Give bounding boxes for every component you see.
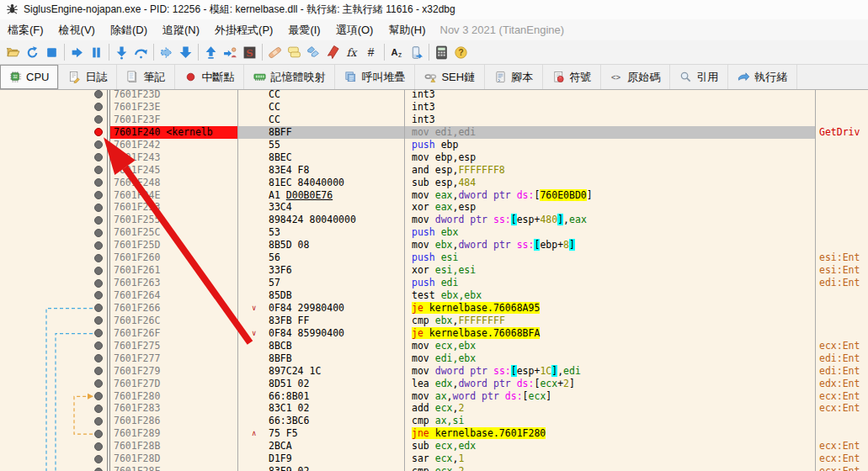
bytes-cell[interactable]: D1F9: [238, 452, 405, 465]
menu-item-5[interactable]: 最愛(I): [280, 19, 327, 41]
instruction-cell[interactable]: mov ecx,ebx: [405, 340, 816, 352]
instruction-cell[interactable]: push edi: [405, 277, 816, 289]
breakpoint-dot[interactable]: [94, 367, 103, 375]
bytes-cell[interactable]: 898424 80040000: [238, 214, 405, 226]
toolbar-calculator-button[interactable]: [432, 42, 451, 62]
toolbar-patch-button[interactable]: [265, 42, 285, 62]
bytes-cell[interactable]: 83E4 F8: [238, 164, 405, 177]
disasm-row[interactable]: 7601F24881EC 84040000sub esp,484: [0, 177, 868, 189]
toolbar-execute-till-user-button[interactable]: [157, 42, 176, 62]
instruction-cell[interactable]: int3: [405, 90, 816, 101]
comment-cell[interactable]: ecx:Ent: [816, 452, 868, 465]
bytes-cell[interactable]: 81EC 84040000: [238, 177, 405, 189]
toolbar-crc-hash-button[interactable]: #: [362, 42, 381, 62]
comment-cell[interactable]: [816, 201, 868, 214]
disasm-row[interactable]: 7601F279897C24 1Cmov dword ptr ss:[esp+1…: [0, 365, 868, 378]
address-cell[interactable]: 7601F243: [110, 151, 238, 164]
disasm-row[interactable]: 7601F255898424 80040000mov dword ptr ss:…: [0, 214, 868, 226]
bytes-cell[interactable]: 33F6: [238, 264, 405, 277]
instruction-cell[interactable]: mov edi,edi: [405, 126, 816, 139]
menu-item-0[interactable]: 檔案(F): [0, 19, 51, 41]
tab-cpu[interactable]: 32CPU: [0, 65, 59, 89]
instruction-cell[interactable]: je kernelbase.76068BFA: [405, 327, 816, 340]
address-cell[interactable]: 7601F26F: [110, 327, 238, 340]
address-cell[interactable]: 7601F264: [110, 289, 238, 302]
comment-cell[interactable]: edi:Ent: [816, 352, 868, 365]
toolbar-attach-button[interactable]: [407, 42, 426, 62]
disasm-row[interactable]: 7601F26056push esiesi:Ent: [0, 251, 868, 264]
menu-item-1[interactable]: 檢視(V): [51, 19, 103, 41]
bytes-cell[interactable]: ∨0F84 85990400: [238, 327, 405, 340]
bytes-cell[interactable]: 8BEC: [238, 151, 405, 164]
instruction-cell[interactable]: test ebx,ebx: [405, 289, 816, 302]
breakpoint-dot[interactable]: [94, 405, 103, 413]
instruction-cell[interactable]: mov dword ptr ss:[esp+1C],edi: [405, 365, 816, 378]
breakpoint-dot[interactable]: [94, 468, 103, 471]
toolbar-open-file-button[interactable]: [3, 42, 23, 62]
tab-references[interactable]: 引用: [670, 65, 728, 89]
bytes-cell[interactable]: 66:3BC6: [238, 415, 405, 427]
comment-cell[interactable]: ecx:Ent: [816, 440, 868, 452]
disasm-row[interactable]: 7601F25333C4xor eax,esp: [0, 201, 868, 214]
instruction-cell[interactable]: mov edi,ebx: [405, 352, 816, 365]
breakpoint-dot[interactable]: [94, 153, 103, 161]
comment-cell[interactable]: [816, 315, 868, 327]
comment-cell[interactable]: [816, 164, 868, 177]
comment-cell[interactable]: [816, 427, 868, 440]
disasm-row[interactable]: 7601F23ECCint3: [0, 101, 868, 114]
breakpoint-dot[interactable]: [94, 316, 103, 325]
bytes-cell[interactable]: 55: [238, 139, 405, 151]
address-cell[interactable]: 7601F23E: [110, 101, 238, 114]
breakpoint-dot[interactable]: [94, 229, 103, 237]
instruction-cell[interactable]: push esi: [405, 251, 816, 264]
comment-cell[interactable]: [816, 177, 868, 189]
breakpoint-dot[interactable]: [94, 329, 103, 337]
address-cell[interactable]: 7601F28D: [110, 452, 238, 465]
address-cell[interactable]: 7601F23F: [110, 114, 238, 126]
bytes-cell[interactable]: 897C24 1C: [238, 365, 405, 378]
breakpoint-dot[interactable]: [94, 304, 103, 312]
bytes-cell[interactable]: ∧75 F5: [238, 427, 405, 440]
instruction-cell[interactable]: jne kernelbase.7601F280: [405, 427, 816, 440]
disasm-row[interactable]: 7601F266∨0F84 29980400je kernelbase.7606…: [0, 302, 868, 315]
toolbar-pause-button[interactable]: [87, 42, 106, 62]
disasm-row[interactable]: 7601F24255push ebp: [0, 139, 868, 151]
toolbar-function-analysis-button[interactable]: fx: [343, 42, 362, 62]
breakpoint-dot[interactable]: [94, 442, 103, 451]
instruction-cell[interactable]: lea edx,dword ptr ds:[ecx+2]: [405, 378, 816, 390]
tab-call-stack[interactable]: 呼叫堆疊: [335, 65, 415, 89]
bytes-cell[interactable]: 56: [238, 251, 405, 264]
comment-cell[interactable]: [816, 214, 868, 226]
comment-cell[interactable]: [816, 239, 868, 251]
bytes-cell[interactable]: 2BCA: [238, 440, 405, 452]
address-cell[interactable]: 7601F266: [110, 302, 238, 315]
bytes-cell[interactable]: 83F9 02: [238, 465, 405, 471]
instruction-cell[interactable]: cmp ecx,2: [405, 465, 816, 471]
disasm-row[interactable]: 7601F26485DBtest ebx,ebx: [0, 289, 868, 302]
comment-cell[interactable]: [816, 302, 868, 315]
instruction-cell[interactable]: xor esi,esi: [405, 264, 816, 277]
comment-cell[interactable]: [816, 226, 868, 239]
comment-cell[interactable]: [816, 327, 868, 340]
comment-cell[interactable]: ecx:Ent: [816, 465, 868, 471]
instruction-cell[interactable]: push ebx: [405, 226, 816, 239]
bytes-cell[interactable]: 53: [238, 226, 405, 239]
address-cell[interactable]: 7601F242: [110, 139, 238, 151]
disasm-row[interactable]: 7601F2758BCBmov ecx,ebxecx:Ent: [0, 340, 868, 352]
comment-cell[interactable]: [816, 114, 868, 126]
menu-item-3[interactable]: 追蹤(N): [155, 19, 207, 41]
address-cell[interactable]: 7601F289: [110, 427, 238, 440]
address-cell[interactable]: 7601F248: [110, 177, 238, 189]
breakpoint-dot[interactable]: [94, 392, 103, 400]
breakpoint-dot[interactable]: [94, 178, 103, 187]
instruction-cell[interactable]: mov ax,word ptr ds:[ecx]: [405, 390, 816, 403]
bytes-cell[interactable]: 83C1 02: [238, 402, 405, 415]
comment-cell[interactable]: [816, 90, 868, 101]
bytes-cell[interactable]: 33C4: [238, 201, 405, 214]
bytes-cell[interactable]: 8D51 02: [238, 378, 405, 390]
menu-item-6[interactable]: 選項(O): [328, 19, 381, 41]
address-cell[interactable]: 7601F26C: [110, 315, 238, 327]
disasm-row[interactable]: 7601F2438BECmov ebp,esp: [0, 151, 868, 164]
toolbar-restart-button[interactable]: [23, 42, 42, 62]
instruction-cell[interactable]: int3: [405, 114, 816, 126]
